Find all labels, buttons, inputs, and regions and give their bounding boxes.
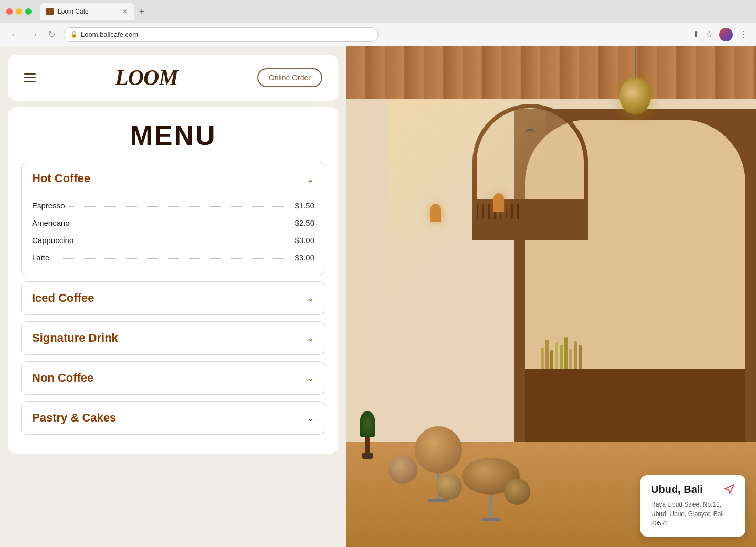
signature-drink-header[interactable]: Signature Drink ⌄ xyxy=(22,322,325,354)
ssl-lock-icon: 🔒 xyxy=(70,31,78,38)
refresh-button[interactable]: ↻ xyxy=(46,27,57,41)
rail-6 xyxy=(506,204,507,219)
bottle-4 xyxy=(555,342,558,369)
signature-drink-title: Signature Drink xyxy=(32,331,118,345)
tab-close-button[interactable]: ✕ xyxy=(122,7,128,16)
tab-title: Loom Cafe xyxy=(58,8,89,15)
share-button[interactable]: ⬆ xyxy=(692,29,699,39)
item-name-americano: Americano xyxy=(32,218,70,227)
non-coffee-header[interactable]: Non Coffee ⌄ xyxy=(22,362,325,394)
iced-coffee-header[interactable]: Iced Coffee ⌄ xyxy=(22,282,325,314)
plant-pot xyxy=(362,453,373,459)
menu-title: MENU xyxy=(21,120,326,151)
stool-1 xyxy=(388,455,417,484)
hamburger-menu-button[interactable] xyxy=(24,73,36,82)
location-address: Raya Ubud Street No.11, Ubud, Ubud, Gian… xyxy=(651,500,735,528)
traffic-lights xyxy=(6,8,32,15)
rail-2 xyxy=(482,204,484,219)
hot-coffee-section: Hot Coffee ⌃ Espresso $1.50 Americano $2… xyxy=(21,162,326,275)
chair-2-seat xyxy=(504,479,530,505)
iced-coffee-chevron-icon: ⌄ xyxy=(307,292,314,304)
url-text: Loom.balicafe.com xyxy=(81,30,138,38)
pastry-cakes-header[interactable]: Pastry & Cakes ⌄ xyxy=(22,402,325,434)
non-coffee-chevron-icon: ⌄ xyxy=(307,372,314,384)
online-order-button[interactable]: Online Order xyxy=(257,68,322,87)
navigation-icon xyxy=(723,483,735,495)
bottle-9 xyxy=(579,345,582,369)
railing-bars xyxy=(477,204,584,219)
hot-coffee-header[interactable]: Hot Coffee ⌃ xyxy=(22,162,325,195)
hamburger-line-1 xyxy=(24,73,36,75)
rail-3 xyxy=(488,204,490,219)
bar-counter xyxy=(525,369,746,453)
iced-coffee-title: Iced Coffee xyxy=(32,291,94,305)
wall-sconce-left xyxy=(430,204,441,222)
table-1-top xyxy=(415,426,462,474)
back-button[interactable]: ← xyxy=(8,28,21,41)
bottle-7 xyxy=(569,349,572,369)
item-dots-espresso xyxy=(69,206,291,207)
plant xyxy=(357,411,378,453)
bottle-5 xyxy=(560,345,563,369)
item-name-espresso: Espresso xyxy=(32,201,65,210)
bottle-3 xyxy=(550,350,553,369)
bookmark-button[interactable]: ☆ xyxy=(706,29,713,39)
center-arch xyxy=(472,104,588,240)
active-tab[interactable]: L Loom Cafe ✕ xyxy=(40,3,134,20)
lamp-cord xyxy=(635,46,636,78)
item-name-latte: Latte xyxy=(32,253,49,262)
item-price-cappuccino: $3.00 xyxy=(295,236,314,245)
minimize-window-button[interactable] xyxy=(16,8,22,15)
bottle-8 xyxy=(574,341,577,369)
main-content: LOOM Online Order MENU Hot Coffee ⌃ Espr… xyxy=(0,46,756,547)
address-bar[interactable]: 🔒 Loom.balicafe.com xyxy=(64,27,379,42)
chair-2 xyxy=(504,479,530,505)
new-tab-button[interactable]: + xyxy=(134,4,149,19)
chair-1 xyxy=(436,474,462,500)
maximize-window-button[interactable] xyxy=(25,8,32,15)
balcony-base xyxy=(472,199,588,236)
tab-bar: L Loom Cafe ✕ + xyxy=(40,0,640,23)
rail-1 xyxy=(477,204,478,219)
nav-bar: ← → ↻ 🔒 Loom.balicafe.com ⬆ ☆ ⋮ xyxy=(0,23,756,46)
hot-coffee-title: Hot Coffee xyxy=(32,172,90,185)
wall-sconce-right xyxy=(494,193,504,212)
hamburger-line-2 xyxy=(24,77,36,78)
item-price-latte: $3.00 xyxy=(295,253,314,262)
table-1-group xyxy=(415,426,462,474)
lamp-shade xyxy=(620,78,651,114)
bottle-6 xyxy=(564,337,568,369)
non-coffee-title: Non Coffee xyxy=(32,371,93,385)
location-card-header: Ubud, Bali xyxy=(651,483,735,496)
profile-avatar[interactable] xyxy=(719,28,733,41)
table-2-pedestal xyxy=(490,495,492,518)
close-window-button[interactable] xyxy=(6,8,13,15)
rail-7 xyxy=(511,204,513,219)
hamburger-line-3 xyxy=(24,81,36,82)
bottle-1 xyxy=(541,348,544,369)
right-panel: Ubud, Bali Raya Ubud Street No.11, Ubud,… xyxy=(346,46,756,547)
item-price-americano: $2.50 xyxy=(295,218,314,227)
tab-favicon: L xyxy=(46,8,54,15)
menu-card: MENU Hot Coffee ⌃ Espresso $1.50 America… xyxy=(8,107,338,454)
signature-drink-chevron-icon: ⌄ xyxy=(307,332,314,344)
plant-stem xyxy=(365,437,370,453)
location-card: Ubud, Bali Raya Ubud Street No.11, Ubud,… xyxy=(640,475,746,537)
menu-item-latte: Latte $3.00 xyxy=(32,249,314,266)
iced-coffee-section: Iced Coffee ⌄ xyxy=(21,281,326,315)
pastry-cakes-section: Pastry & Cakes ⌄ xyxy=(21,401,326,435)
more-options-button[interactable]: ⋮ xyxy=(739,29,748,39)
item-name-cappuccino: Cappuccino xyxy=(32,236,74,245)
left-panel: LOOM Online Order MENU Hot Coffee ⌃ Espr… xyxy=(0,46,346,547)
menu-item-americano: Americano $2.50 xyxy=(32,214,314,232)
plant-foliage xyxy=(360,411,375,437)
header-card: LOOM Online Order xyxy=(8,55,338,101)
bird-silhouette xyxy=(525,129,536,133)
hot-coffee-chevron-icon: ⌃ xyxy=(307,173,314,184)
pastry-cakes-title: Pastry & Cakes xyxy=(32,411,116,425)
forward-button[interactable]: → xyxy=(27,28,40,41)
signature-drink-section: Signature Drink ⌄ xyxy=(21,321,326,355)
item-price-espresso: $1.50 xyxy=(295,201,314,210)
title-bar: L Loom Cafe ✕ + xyxy=(0,0,756,23)
cafe-interior-image: Ubud, Bali Raya Ubud Street No.11, Ubud,… xyxy=(346,46,756,547)
